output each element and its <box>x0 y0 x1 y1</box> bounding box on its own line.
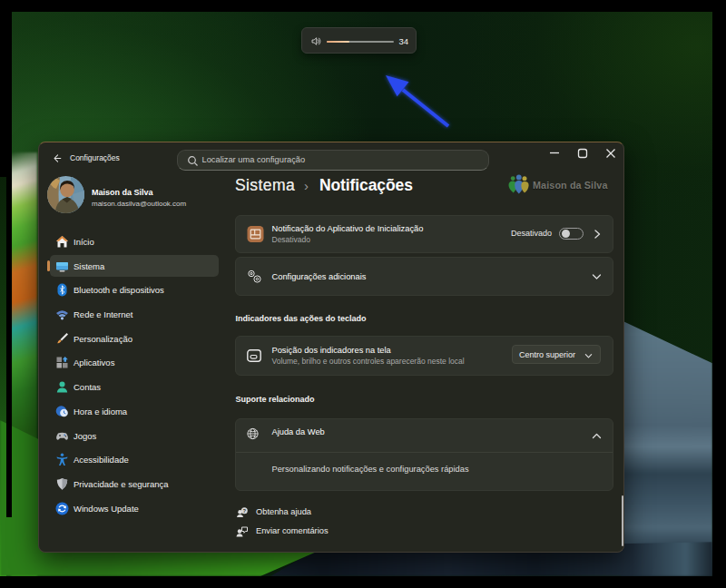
svg-text:?: ? <box>243 508 247 514</box>
